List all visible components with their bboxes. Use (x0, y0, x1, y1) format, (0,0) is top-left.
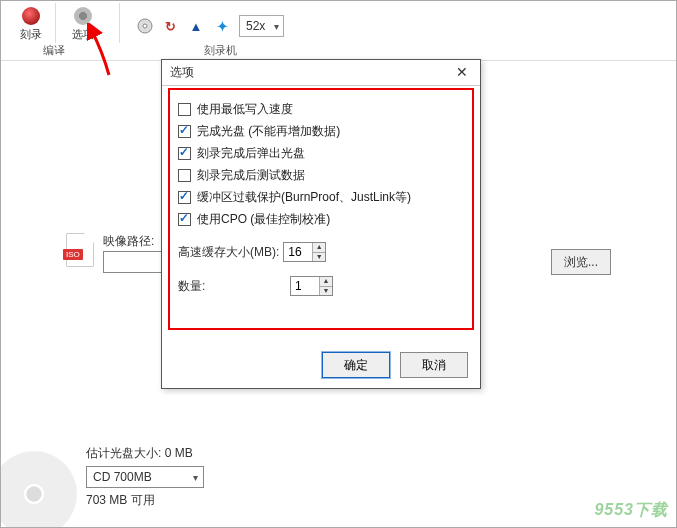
checkbox-row: 刻录完成后弹出光盘 (178, 145, 464, 162)
cache-size-label: 高速缓存大小(MB): (178, 244, 279, 261)
disc-media-value: CD 700MB (93, 470, 152, 484)
checkbox-label: 刻录完成后测试数据 (197, 167, 305, 184)
quantity-input[interactable] (291, 277, 319, 295)
quantity-label: 数量: (178, 278, 286, 295)
cache-size-input[interactable] (284, 243, 312, 261)
options-button[interactable]: 选项 (63, 3, 103, 42)
gear-icon (74, 7, 92, 25)
ok-button[interactable]: 确定 (322, 352, 390, 378)
eject-icon[interactable]: ▲ (187, 17, 205, 35)
cancel-button[interactable]: 取消 (400, 352, 468, 378)
checkbox-row: 缓冲区过载保护(BurnProof、JustLink等) (178, 189, 464, 206)
speed-value: 52x (246, 19, 265, 33)
quantity-row: 数量: ▲▼ (178, 276, 464, 296)
burner-section-label: 刻录机 (204, 43, 237, 58)
checkbox[interactable] (178, 125, 191, 138)
burn-button[interactable]: 刻录 (11, 3, 51, 42)
toolbar: 刻录 选项 ↻ ▲ ✦ 52x 编译 刻录机 (1, 1, 676, 61)
cache-size-row: 高速缓存大小(MB): ▲▼ (178, 242, 464, 262)
spin-down-icon[interactable]: ▼ (320, 287, 332, 296)
checkbox-row: 使用CPO (最佳控制校准) (178, 211, 464, 228)
watermark: 9553下载 (594, 500, 668, 521)
options-dialog: 选项 ✕ 使用最低写入速度完成光盘 (不能再增加数据)刻录完成后弹出光盘刻录完成… (161, 59, 481, 389)
checkbox-row: 刻录完成后测试数据 (178, 167, 464, 184)
separator (119, 3, 120, 43)
checkbox-row: 使用最低写入速度 (178, 101, 464, 118)
refresh-icon[interactable]: ↻ (161, 17, 179, 35)
spin-down-icon[interactable]: ▼ (313, 253, 325, 262)
record-icon (22, 7, 40, 25)
spin-up-icon[interactable]: ▲ (320, 277, 332, 287)
checkbox-label: 刻录完成后弹出光盘 (197, 145, 305, 162)
svg-point-1 (143, 24, 147, 28)
checkbox[interactable] (178, 213, 191, 226)
erase-icon[interactable]: ✦ (213, 17, 231, 35)
dialog-titlebar: 选项 ✕ (162, 60, 480, 86)
disc-icon[interactable] (137, 18, 153, 34)
dialog-title: 选项 (170, 64, 194, 81)
quantity-stepper[interactable]: ▲▼ (290, 276, 333, 296)
checkbox-row: 完成光盘 (不能再增加数据) (178, 123, 464, 140)
spin-up-icon[interactable]: ▲ (313, 243, 325, 253)
image-path-label: 映像路径: (103, 233, 154, 250)
disc-info: 估计光盘大小: 0 MB CD 700MB 703 MB 可用 (86, 441, 204, 513)
checkbox[interactable] (178, 147, 191, 160)
disc-media-select[interactable]: CD 700MB (86, 466, 204, 488)
close-icon[interactable]: ✕ (448, 63, 476, 83)
browse-button[interactable]: 浏览... (551, 249, 611, 275)
burn-button-label: 刻录 (11, 27, 51, 42)
iso-file-icon: ISO (66, 233, 94, 267)
checkbox-label: 完成光盘 (不能再增加数据) (197, 123, 340, 140)
checkbox-label: 缓冲区过载保护(BurnProof、JustLink等) (197, 189, 411, 206)
separator (55, 3, 56, 43)
estimated-size-label: 估计光盘大小: 0 MB (86, 445, 204, 462)
cache-size-stepper[interactable]: ▲▼ (283, 242, 326, 262)
checkbox[interactable] (178, 103, 191, 116)
iso-badge: ISO (63, 249, 83, 260)
checkbox-label: 使用CPO (最佳控制校准) (197, 211, 330, 228)
speed-select[interactable]: 52x (239, 15, 284, 37)
compile-section-label: 编译 (43, 43, 65, 58)
burner-toolbar: ↻ ▲ ✦ 52x (137, 15, 284, 37)
checkbox[interactable] (178, 191, 191, 204)
available-space-label: 703 MB 可用 (86, 492, 204, 509)
disc-icon (0, 451, 77, 528)
checkbox[interactable] (178, 169, 191, 182)
checkbox-label: 使用最低写入速度 (197, 101, 293, 118)
options-button-label: 选项 (63, 27, 103, 42)
